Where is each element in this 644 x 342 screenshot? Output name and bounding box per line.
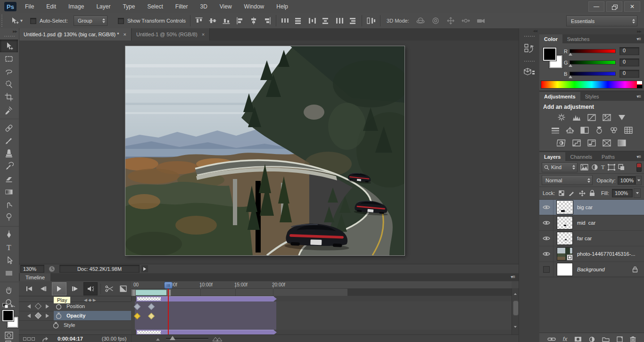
- clone-stamp-tool[interactable]: [0, 147, 18, 160]
- menu-select[interactable]: Select: [147, 3, 163, 10]
- distribute-vertical-icon[interactable]: [294, 17, 303, 24]
- lock-transparency-icon[interactable]: [559, 190, 565, 196]
- 3d-orbit-icon[interactable]: [416, 16, 425, 25]
- hue-saturation-icon[interactable]: [551, 126, 560, 134]
- layer-style-fx-button[interactable]: fx: [563, 336, 567, 342]
- eyedropper-tool[interactable]: [0, 103, 18, 116]
- menu-image[interactable]: Image: [68, 3, 84, 10]
- foreground-color-swatch[interactable]: [2, 310, 14, 321]
- visibility-cell[interactable]: [539, 200, 553, 215]
- dodge-tool[interactable]: [0, 211, 18, 223]
- gradient-tool[interactable]: [0, 185, 18, 198]
- layer-thumbnail[interactable]: [557, 247, 573, 261]
- filter-shape-layers-icon[interactable]: [608, 164, 615, 171]
- previous-frame-button[interactable]: [38, 283, 49, 294]
- auto-select-checkbox[interactable]: [30, 18, 36, 24]
- track-name[interactable]: Position: [66, 303, 85, 309]
- track-name[interactable]: Opacity: [66, 313, 85, 318]
- lasso-tool[interactable]: [0, 65, 18, 78]
- gradient-map-icon[interactable]: [602, 139, 611, 147]
- visibility-cell[interactable]: [539, 231, 553, 246]
- work-area-start-handle[interactable]: [131, 289, 136, 296]
- play-button[interactable]: [52, 282, 66, 295]
- vibrance-icon[interactable]: [617, 114, 627, 122]
- distribute-horizontal-icon[interactable]: [335, 17, 344, 24]
- color-balance-icon[interactable]: [565, 126, 575, 134]
- lock-all-icon[interactable]: [589, 190, 595, 196]
- filter-kind-dropdown[interactable]: Kind: [542, 163, 578, 172]
- minimize-button[interactable]: —: [588, 1, 604, 12]
- add-adjustment-layer-icon[interactable]: [589, 336, 595, 342]
- add-keyframe-icon[interactable]: [35, 303, 41, 309]
- layer-row-background[interactable]: Background: [539, 262, 644, 277]
- layer-row-mid-car[interactable]: mid car: [539, 215, 644, 231]
- layer-name[interactable]: photo-1446770145316-...: [577, 251, 636, 257]
- document-tab-active[interactable]: Untitled-1.psd @ 130% (big car, RGB/8) *…: [19, 28, 132, 41]
- collapse-dock-icon[interactable]: ▶▶: [539, 28, 644, 34]
- 3d-panel-button[interactable]: [519, 64, 539, 81]
- opacity-field[interactable]: 100%: [618, 176, 636, 185]
- visibility-cell[interactable]: [539, 215, 553, 230]
- lock-position-icon[interactable]: [579, 190, 586, 196]
- channel-mixer-icon[interactable]: [609, 126, 619, 134]
- lock-pixels-icon[interactable]: [569, 190, 575, 196]
- 3d-roll-icon[interactable]: [431, 16, 440, 25]
- red-slider[interactable]: [570, 49, 616, 53]
- distribute-bottom-icon[interactable]: [308, 17, 316, 24]
- add-keyframe-icon[interactable]: [35, 312, 41, 319]
- menu-layer[interactable]: Layer: [96, 3, 110, 10]
- menu-file[interactable]: File: [25, 3, 34, 10]
- new-group-icon[interactable]: [602, 336, 610, 342]
- menu-type[interactable]: Type: [123, 3, 135, 10]
- link-layers-icon[interactable]: [547, 337, 556, 342]
- distribute-top-icon[interactable]: [281, 17, 289, 24]
- dock-gripper[interactable]: [519, 34, 539, 40]
- menu-edit[interactable]: Edit: [46, 3, 56, 10]
- timeline-ruler[interactable]: 00 00f 10:00f 15:00f 20:00f: [131, 281, 512, 289]
- hand-tool[interactable]: [0, 284, 18, 296]
- document-canvas[interactable]: [125, 46, 405, 255]
- opacity-dropdown-icon[interactable]: [636, 176, 642, 185]
- new-layer-icon[interactable]: [617, 336, 623, 342]
- layer-row-big-car[interactable]: big car: [539, 200, 644, 215]
- track-lane-opacity[interactable]: [131, 311, 512, 321]
- zoom-out-mountain-icon[interactable]: [156, 336, 162, 341]
- tools-gripper[interactable]: [0, 34, 19, 40]
- expand-dock-icon[interactable]: ◀◀: [519, 28, 539, 34]
- keyframe-prev-icon[interactable]: [26, 314, 32, 318]
- stopwatch-icon[interactable]: [53, 322, 59, 329]
- options-gripper[interactable]: [1, 15, 4, 27]
- layer-row-far-car[interactable]: far car: [539, 231, 644, 246]
- document-tab-inactive[interactable]: Untitled-1 @ 50% (RGB/8) ×: [132, 28, 210, 41]
- timeline-panel-menu-icon[interactable]: ▾≡: [511, 274, 515, 279]
- workspace-dropdown[interactable]: Essentials: [566, 16, 637, 26]
- eraser-tool[interactable]: [0, 172, 18, 185]
- align-horizontal-centers-icon[interactable]: [249, 17, 258, 24]
- align-vertical-centers-icon[interactable]: [208, 17, 217, 24]
- tab-swatches[interactable]: Swatches: [562, 34, 594, 43]
- 3d-slide-icon[interactable]: [461, 16, 471, 25]
- pen-tool[interactable]: [0, 228, 18, 241]
- type-tool[interactable]: T: [0, 241, 18, 254]
- split-clip-button[interactable]: [104, 283, 115, 294]
- red-value-field[interactable]: 0: [619, 47, 639, 55]
- filter-type-layers-icon[interactable]: T: [601, 163, 605, 171]
- layer-thumbnail[interactable]: [557, 201, 573, 214]
- healing-brush-tool[interactable]: [0, 122, 18, 134]
- tab-adjustments[interactable]: Adjustments: [539, 92, 580, 101]
- scrollbar-thumb[interactable]: [513, 301, 519, 316]
- stopwatch-icon[interactable]: [56, 312, 62, 319]
- black-white-icon[interactable]: [580, 126, 589, 134]
- filter-adjustment-layers-icon[interactable]: [591, 164, 598, 171]
- track-lane-position[interactable]: [131, 301, 512, 311]
- visibility-cell[interactable]: [539, 262, 553, 277]
- scroll-up-icon[interactable]: [514, 293, 517, 295]
- tab-paths[interactable]: Paths: [597, 152, 619, 161]
- history-brush-tool[interactable]: [0, 160, 18, 172]
- blue-slider[interactable]: [570, 72, 616, 76]
- smudge-tool[interactable]: [0, 198, 18, 211]
- levels-icon[interactable]: [572, 114, 581, 122]
- doc-size-field[interactable]: Doc: 452.2K/1.98M: [59, 265, 140, 273]
- first-frame-button[interactable]: [24, 283, 35, 294]
- tab-layers[interactable]: Layers: [539, 152, 565, 161]
